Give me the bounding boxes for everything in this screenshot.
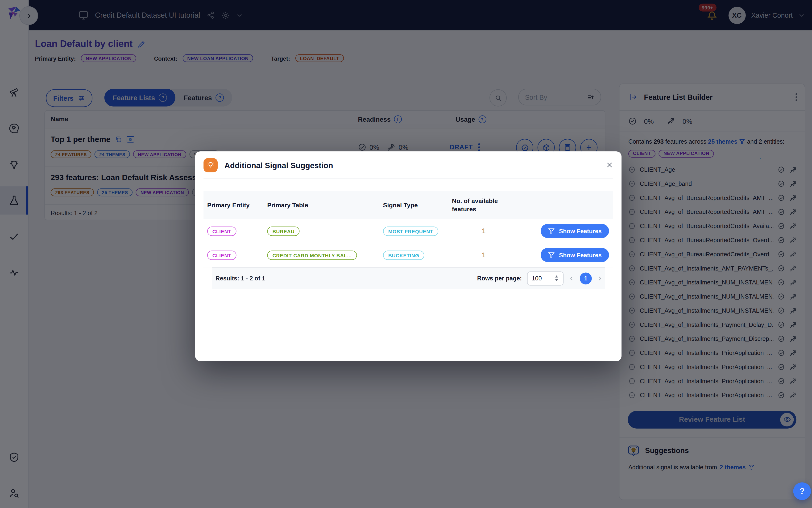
rows-per-page-label: Rows per page:	[477, 275, 522, 281]
app-root: Credit Default Dataset UI tutorial 999+ …	[0, 0, 812, 508]
rows-per-page-select[interactable]: 100	[527, 271, 564, 285]
modal-feature-count: 1	[448, 227, 519, 235]
modal-col-table: Primary Table	[264, 201, 379, 209]
modal-col-signal: Signal Type	[379, 201, 448, 209]
modal-signal-pill: MOST FREQUENT	[383, 227, 439, 236]
funnel-icon	[548, 252, 555, 258]
funnel-icon	[548, 227, 555, 235]
modal-table: Primary Entity Primary Table Signal Type…	[204, 191, 613, 289]
modal-footer: Results: 1 - 2 of 1 Rows per page: 100 1	[212, 267, 605, 289]
modal-results: Results: 1 - 2 of 1	[212, 275, 265, 281]
select-arrows-icon	[554, 275, 559, 281]
page-1-button[interactable]: 1	[580, 272, 592, 284]
rows-per-page-value: 100	[532, 275, 542, 281]
next-page-icon[interactable]	[597, 276, 603, 281]
help-button[interactable]: ?	[793, 482, 811, 500]
modal-bulb-icon	[204, 158, 218, 172]
additional-signal-modal: Additional Signal Suggestion Primary Ent…	[195, 152, 622, 361]
show-features-label: Show Features	[559, 228, 602, 234]
modal-title: Additional Signal Suggestion	[224, 161, 599, 170]
modal-table-row: CLIENT BUREAU MOST FREQUENT 1 Show Featu…	[204, 219, 613, 243]
modal-signal-pill: BUCKETING	[383, 251, 424, 260]
modal-col-count: No. of available features	[448, 197, 510, 214]
modal-close-icon[interactable]	[606, 161, 613, 169]
modal-table-row: CLIENT CREDIT CARD MONTHLY BAL... BUCKET…	[204, 243, 613, 267]
modal-feature-count: 1	[448, 251, 519, 259]
modal-table-pill: BUREAU	[267, 227, 300, 236]
prev-page-icon[interactable]	[569, 276, 575, 281]
modal-entity-pill: CLIENT	[207, 227, 236, 236]
modal-col-entity: Primary Entity	[204, 201, 264, 209]
show-features-label: Show Features	[559, 252, 602, 258]
modal-table-pill: CREDIT CARD MONTHLY BAL...	[267, 251, 357, 260]
modal-table-header: Primary Entity Primary Table Signal Type…	[204, 191, 613, 219]
modal-table-body: CLIENT BUREAU MOST FREQUENT 1 Show Featu…	[204, 219, 613, 267]
show-features-button[interactable]: Show Features	[541, 224, 609, 238]
show-features-button[interactable]: Show Features	[541, 248, 609, 262]
modal-entity-pill: CLIENT	[207, 251, 236, 260]
